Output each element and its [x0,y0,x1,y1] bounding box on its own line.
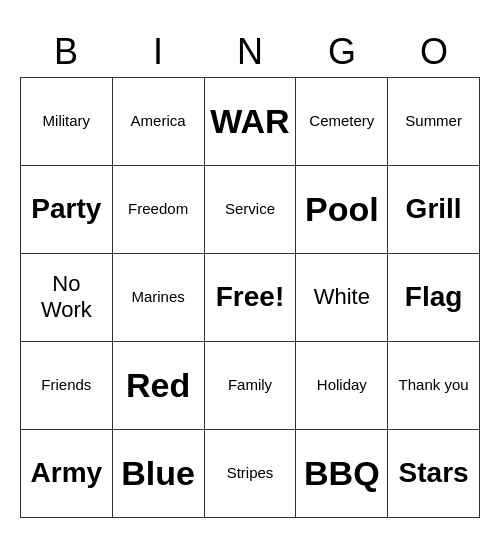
cell-r3-c1: Red [112,341,204,429]
cell-r0-c4: Summer [388,77,480,165]
bingo-grid: MilitaryAmericaWARCemeterySummerPartyFre… [20,77,480,518]
cell-r1-c2: Service [204,165,296,253]
cell-r2-c3: White [296,253,388,341]
cell-r2-c4: Flag [388,253,480,341]
cell-r3-c0: Friends [21,341,113,429]
cell-r4-c2: Stripes [204,429,296,517]
cell-r4-c4: Stars [388,429,480,517]
header-g: G [296,27,388,77]
cell-r1-c4: Grill [388,165,480,253]
cell-r0-c3: Cemetery [296,77,388,165]
cell-r4-c0: Army [21,429,113,517]
cell-r0-c1: America [112,77,204,165]
cell-r4-c1: Blue [112,429,204,517]
cell-r1-c1: Freedom [112,165,204,253]
header-o: O [388,27,480,77]
cell-r2-c1: Marines [112,253,204,341]
cell-r2-c0: No Work [21,253,113,341]
header-b: B [20,27,112,77]
cell-r1-c3: Pool [296,165,388,253]
bingo-header: B I N G O [20,27,480,77]
cell-r3-c3: Holiday [296,341,388,429]
cell-r1-c0: Party [21,165,113,253]
cell-r3-c2: Family [204,341,296,429]
cell-r0-c0: Military [21,77,113,165]
cell-r3-c4: Thank you [388,341,480,429]
cell-r0-c2: WAR [204,77,296,165]
header-n: N [204,27,296,77]
cell-r2-c2: Free! [204,253,296,341]
cell-r4-c3: BBQ [296,429,388,517]
header-i: I [112,27,204,77]
